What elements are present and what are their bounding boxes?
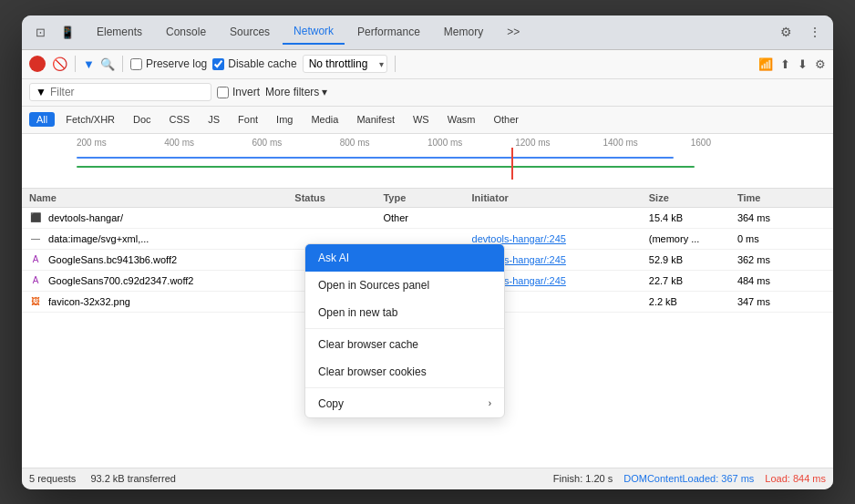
toolbar2: ▼ Invert More filters ▾ <box>22 79 833 107</box>
ctx-ask-ai[interactable]: Ask AI <box>305 244 504 272</box>
header-name: Name <box>29 192 294 203</box>
dash-icon: — <box>29 232 42 245</box>
table-header: Name Status Type Initiator Size Time <box>22 189 833 208</box>
header-type: Type <box>383 192 471 203</box>
ctx-copy-label: Copy <box>318 397 344 410</box>
ctx-copy-arrow-icon: › <box>489 398 491 408</box>
row0-type: Other <box>383 212 471 223</box>
row0-name: ⬛ devtools-hangar/ <box>29 211 294 224</box>
preserve-log-text: Preserve log <box>146 57 207 70</box>
ruler-600ms: 600 ms <box>252 138 340 148</box>
tab-bar-right: ⚙ ⋮ <box>775 21 826 43</box>
type-btn-img[interactable]: Img <box>269 112 300 127</box>
ctx-open-sources[interactable]: Open in Sources panel <box>305 272 504 299</box>
dock-icon[interactable]: ⊡ <box>29 21 51 43</box>
ctx-separator1 <box>305 328 504 329</box>
toolbar1: 🚫 ▼ 🔍 Preserve log Disable cache No thro… <box>22 50 833 79</box>
type-btn-media[interactable]: Media <box>304 112 345 127</box>
font-icon: A <box>29 274 42 287</box>
type-btn-wasm[interactable]: Wasm <box>440 112 483 127</box>
filter-icon[interactable]: ▼ <box>83 57 95 71</box>
row4-time: 347 ms <box>737 296 826 307</box>
separator2 <box>122 56 123 72</box>
tab-elements[interactable]: Elements <box>86 20 153 44</box>
download-icon[interactable]: ⬇ <box>798 57 808 71</box>
device-icon[interactable]: 📱 <box>57 21 78 43</box>
disable-cache-label[interactable]: Disable cache <box>212 57 296 70</box>
throttle-wrapper: No throttling <box>303 55 387 73</box>
ruler-800ms: 800 ms <box>340 138 428 148</box>
ctx-copy[interactable]: Copy › <box>305 390 504 417</box>
timeline-container: 200 ms 400 ms 600 ms 800 ms 1000 ms 1200… <box>22 134 833 189</box>
transferred-size: 93.2 kB transferred <box>90 473 176 484</box>
separator1 <box>75 56 76 72</box>
requests-count: 5 requests <box>29 473 76 484</box>
record-button[interactable] <box>29 56 46 72</box>
tab-memory[interactable]: Memory <box>433 20 494 44</box>
tab-network[interactable]: Network <box>283 19 345 45</box>
type-btn-doc[interactable]: Doc <box>126 112 159 127</box>
type-btn-font[interactable]: Font <box>231 112 265 127</box>
type-btn-all[interactable]: All <box>29 112 55 127</box>
row1-size: (memory ... <box>649 233 737 244</box>
header-size: Size <box>649 192 737 203</box>
preserve-log-label[interactable]: Preserve log <box>130 57 207 70</box>
ctx-clear-cookies[interactable]: Clear browser cookies <box>305 358 504 386</box>
ruler-400ms: 400 ms <box>164 138 252 148</box>
more-filters-chevron-icon: ▾ <box>322 86 327 98</box>
type-btn-manifest[interactable]: Manifest <box>349 112 402 127</box>
tab-bar-left: ⊡ 📱 <box>29 21 78 43</box>
type-filter-bar: All Fetch/XHR Doc CSS JS Font Img Media … <box>22 107 833 134</box>
invert-checkbox[interactable] <box>217 87 229 98</box>
type-btn-ws[interactable]: WS <box>406 112 437 127</box>
ruler-1200ms: 1200 ms <box>515 138 603 148</box>
tab-sources[interactable]: Sources <box>219 20 281 44</box>
disable-cache-checkbox[interactable] <box>212 58 224 70</box>
filter-input-wrapper: ▼ <box>29 83 211 101</box>
invert-text: Invert <box>232 86 260 98</box>
row3-size: 22.7 kB <box>649 275 737 286</box>
tab-more[interactable]: >> <box>496 20 531 44</box>
row2-time: 362 ms <box>737 254 826 265</box>
row0-time: 364 ms <box>737 212 826 223</box>
header-initiator: Initiator <box>472 192 649 203</box>
row4-size: 2.2 kB <box>649 296 737 307</box>
ruler-200ms: 200 ms <box>77 138 164 148</box>
ctx-separator2 <box>305 387 504 388</box>
row4-name: 🖼 favicon-32x32.png <box>29 295 294 308</box>
clear-button[interactable]: 🚫 <box>51 56 67 72</box>
font-icon: A <box>29 253 42 266</box>
upload-icon[interactable]: ⬆ <box>780 57 790 71</box>
settings-icon[interactable]: ⚙ <box>775 21 797 43</box>
throttle-select[interactable]: No throttling <box>303 55 387 73</box>
row0-size: 15.4 kB <box>649 212 737 223</box>
toolbar-right-icons: 📶 ⬆ ⬇ ⚙ <box>758 57 826 71</box>
devtools-window: ⊡ 📱 Elements Console Sources Network Per… <box>22 15 833 489</box>
ctx-open-new-tab[interactable]: Open in new tab <box>305 299 504 326</box>
domcontentloaded-time: DOMContentLoaded: 367 ms <box>623 473 754 484</box>
doc-icon: ⬛ <box>29 211 42 224</box>
type-btn-other[interactable]: Other <box>486 112 526 127</box>
disable-cache-text: Disable cache <box>228 57 296 70</box>
type-btn-css[interactable]: CSS <box>162 112 198 127</box>
tab-console[interactable]: Console <box>155 20 217 44</box>
more-filters-button[interactable]: More filters ▾ <box>265 86 327 98</box>
filter-input[interactable] <box>50 86 205 98</box>
timeline-green-line <box>77 166 695 168</box>
type-btn-js[interactable]: JS <box>201 112 227 127</box>
status-bar-right: Finish: 1.20 s DOMContentLoaded: 367 ms … <box>553 473 826 484</box>
timeline-chart <box>77 148 778 184</box>
preserve-log-checkbox[interactable] <box>130 58 142 70</box>
more-options-icon[interactable]: ⋮ <box>804 21 826 43</box>
search-icon[interactable]: 🔍 <box>100 57 115 71</box>
network-settings-icon[interactable]: ⚙ <box>815 57 826 71</box>
tab-bar: ⊡ 📱 Elements Console Sources Network Per… <box>22 15 833 50</box>
invert-label[interactable]: Invert <box>217 86 260 98</box>
separator3 <box>395 56 396 72</box>
type-btn-fetch[interactable]: Fetch/XHR <box>58 112 122 127</box>
table-row[interactable]: ⬛ devtools-hangar/ Other 15.4 kB 364 ms <box>22 208 833 229</box>
more-filters-label: More filters <box>265 86 319 98</box>
filter-funnel-icon: ▼ <box>36 86 46 98</box>
tab-performance[interactable]: Performance <box>346 20 431 44</box>
ctx-clear-cache[interactable]: Clear browser cache <box>305 331 504 358</box>
